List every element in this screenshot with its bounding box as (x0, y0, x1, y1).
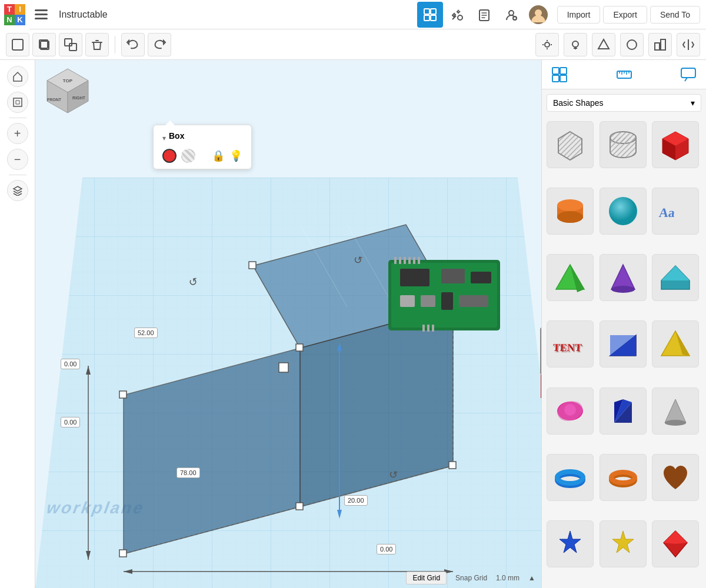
svg-rect-41 (119, 391, 126, 398)
shape-roof[interactable] (652, 254, 699, 301)
svg-rect-74 (413, 257, 415, 264)
shape-torus-orange[interactable] (600, 454, 647, 501)
shape-box-hole[interactable] (547, 121, 594, 168)
duplicate-button[interactable] (59, 33, 82, 56)
svg-marker-118 (665, 399, 686, 423)
mirror-button[interactable] (677, 33, 700, 56)
undo-button[interactable] (121, 33, 145, 56)
copy-button[interactable] (32, 33, 56, 56)
svg-rect-3 (424, 9, 429, 14)
svg-rect-46 (119, 550, 126, 557)
shape-pyramid[interactable] (547, 254, 594, 301)
shapes-dropdown[interactable]: Basic Shapes ▾ (547, 94, 701, 112)
shape-cylinder[interactable] (547, 188, 594, 235)
shape-cone[interactable] (600, 254, 647, 301)
shape-cone-gray[interactable] (652, 387, 699, 435)
svg-rect-85 (560, 75, 567, 82)
profile-button[interactable] (498, 2, 524, 28)
svg-marker-101 (611, 265, 635, 289)
svg-rect-23 (661, 39, 665, 50)
grid-tab[interactable] (548, 63, 571, 86)
top-right-icons (417, 2, 551, 28)
svg-point-97 (609, 197, 637, 225)
zoom-in-button[interactable]: + (7, 123, 28, 144)
svg-rect-42 (296, 344, 303, 351)
layers-button[interactable] (7, 180, 28, 201)
shape-pyramid-gold[interactable] (652, 320, 699, 368)
shape-star-blue[interactable] (547, 520, 594, 567)
shape-text-tent[interactable]: TENT TENT (547, 320, 594, 368)
shape-gem-pink[interactable] (547, 387, 594, 435)
svg-rect-69 (459, 295, 488, 307)
shape-gem-red[interactable] (652, 520, 699, 567)
snap-value: 1.0 mm (496, 574, 519, 582)
light-icon[interactable]: 💡 (229, 149, 242, 162)
svg-rect-2 (35, 18, 48, 19)
svg-point-95 (557, 199, 583, 211)
shape-heart[interactable] (652, 454, 699, 501)
toolbar-right (535, 33, 700, 56)
svg-marker-51 (337, 510, 342, 519)
logo-n: N (4, 15, 15, 25)
import-button[interactable]: Import (557, 6, 601, 24)
svg-rect-65 (471, 272, 491, 283)
svg-rect-16 (65, 39, 72, 46)
redo-button[interactable] (148, 33, 171, 56)
hamburger-button[interactable] (29, 0, 53, 29)
width-label: 78.00 (176, 467, 200, 478)
svg-marker-60 (86, 551, 91, 560)
shape-cylinder-hole[interactable] (600, 121, 647, 168)
edit-grid-button[interactable]: Edit Grid (406, 572, 447, 584)
files-button[interactable] (471, 2, 497, 28)
snap-arrow[interactable]: ▲ (528, 574, 535, 582)
svg-point-7 (458, 15, 462, 20)
svg-rect-68 (441, 292, 453, 310)
toolbar (0, 29, 706, 60)
shape-sphere[interactable] (600, 188, 647, 235)
shape-torus[interactable] (547, 454, 594, 501)
export-button[interactable]: Export (603, 6, 647, 24)
delete-button[interactable] (85, 33, 109, 56)
camera-view-button[interactable] (535, 33, 559, 56)
svg-marker-89 (558, 132, 582, 160)
shape-button[interactable] (592, 33, 615, 56)
shape-prism-blue[interactable] (600, 387, 647, 435)
ruler-tab[interactable] (612, 63, 636, 86)
shape-star-yellow[interactable] (600, 520, 647, 567)
grid-align-button[interactable] (648, 33, 672, 56)
svg-rect-79 (540, 328, 541, 375)
light-button[interactable] (564, 33, 587, 56)
logo-t: T (4, 4, 15, 15)
comment-tab[interactable] (677, 63, 700, 86)
svg-marker-104 (661, 266, 690, 280)
home-view-button[interactable] (7, 66, 28, 87)
svg-rect-83 (560, 68, 567, 74)
avatar-button[interactable] (525, 2, 551, 28)
zoom-out-button[interactable]: − (7, 149, 28, 170)
tools-button[interactable] (444, 2, 470, 28)
svg-point-96 (557, 211, 583, 223)
shape-text3d[interactable]: Aa (652, 188, 699, 235)
color-gray[interactable] (181, 149, 195, 163)
send-to-button[interactable]: Send To (650, 6, 700, 24)
height-label: 20.00 (344, 495, 368, 506)
canvas-area[interactable]: workplane TOP FRONT RIGHT (35, 60, 541, 588)
screwdriver-tool (534, 328, 541, 416)
color-red[interactable] (162, 149, 176, 163)
shape-box-solid[interactable] (652, 121, 699, 168)
popup-dropdown-arrow[interactable]: ▾ (162, 134, 166, 142)
lock-icon[interactable]: 🔒 (212, 149, 225, 162)
svg-rect-17 (69, 44, 76, 51)
grid-view-button[interactable] (417, 2, 443, 28)
svg-rect-77 (427, 325, 429, 332)
new-shape-button[interactable] (6, 33, 29, 56)
shape-wedge[interactable] (600, 320, 647, 368)
right-top-tabs (542, 60, 706, 89)
svg-rect-73 (408, 257, 411, 264)
circle-tool-button[interactable] (620, 33, 644, 56)
left-panel: + − (0, 60, 35, 588)
svg-rect-45 (449, 462, 456, 469)
logo-i: I (15, 4, 25, 15)
svg-marker-20 (598, 39, 609, 49)
fit-view-button[interactable] (7, 92, 28, 113)
